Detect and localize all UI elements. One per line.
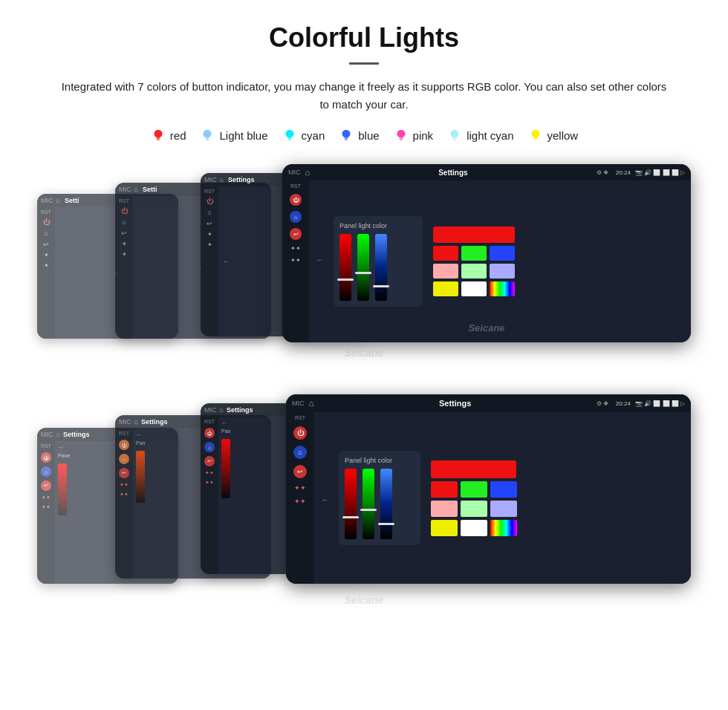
svg-rect-13 (399, 138, 403, 140)
color-item-yellow: yellow (527, 127, 579, 143)
color-label-lightcyan: light cyan (467, 129, 513, 142)
color-item-blue: blue (338, 127, 379, 143)
svg-rect-16 (452, 138, 457, 140)
svg-point-18 (531, 130, 539, 138)
page-wrapper: Colorful Lights Integrated with 7 colors… (0, 0, 728, 668)
color-item-red: red (150, 127, 186, 143)
top-device-stack-section: MIC ⌂ Setti RST ⏻ ⌂ ↩ ✦ ✦ ← (30, 164, 698, 380)
bulb-icon-lightcyan (446, 127, 463, 143)
page-description: Integrated with 7 colors of button indic… (59, 78, 669, 114)
svg-rect-11 (345, 140, 348, 141)
svg-rect-2 (157, 140, 160, 141)
svg-point-6 (285, 130, 293, 138)
color-label-pink: pink (413, 129, 434, 142)
svg-rect-5 (207, 140, 209, 141)
bulb-icon-pink (393, 127, 409, 143)
svg-point-15 (451, 130, 459, 138)
title-divider (349, 62, 379, 65)
color-label-blue: blue (358, 129, 379, 142)
bulb-icon-blue (338, 127, 354, 143)
svg-rect-10 (344, 138, 348, 140)
svg-point-0 (154, 130, 162, 138)
color-item-lightblue: Light blue (199, 127, 267, 143)
color-item-pink: pink (393, 127, 434, 143)
panel-light-title: Panel light color (339, 222, 417, 229)
bulb-icon-cyan (282, 127, 298, 143)
svg-point-3 (204, 130, 212, 138)
color-label-cyan: cyan (302, 129, 325, 142)
seicane-watermark-bottom: Seicane (345, 594, 384, 606)
bottom-device-main: MIC ⌂ Settings ⚙ ❖ 20:24 📷 🔊 ⬜ ⬜ ⬜ ▷ RST… (286, 394, 691, 584)
svg-rect-20 (534, 140, 537, 141)
bulb-icon-yellow (527, 127, 544, 143)
color-label-red: red (170, 129, 186, 142)
svg-point-12 (397, 130, 405, 138)
device-unit-main-top: MIC ⌂ Settings ⚙ ❖ 20:24 📷 🔊 ⬜ ⬜ ⬜ ▷ RST… (282, 164, 691, 342)
svg-rect-17 (453, 140, 456, 141)
svg-point-9 (342, 130, 351, 138)
color-label-yellow: yellow (547, 129, 579, 142)
seicane-watermark-top: Seicane (345, 347, 384, 359)
bottom-device-stack-section: MIC ⌂ Settings RST ⏻ ⌂ ↩ ✦✦ ✦✦ ← (30, 394, 698, 625)
page-title: Colorful Lights (30, 22, 698, 53)
svg-rect-8 (288, 140, 291, 141)
color-label-lightblue: Light blue (219, 129, 267, 142)
status-time: 20:24 (616, 169, 631, 176)
svg-rect-19 (533, 138, 538, 140)
color-item-lightcyan: light cyan (446, 127, 513, 143)
bulb-icon-red (150, 127, 166, 143)
svg-rect-7 (287, 138, 292, 140)
bulb-icon-lightblue (199, 127, 215, 143)
svg-rect-14 (400, 140, 403, 141)
svg-rect-4 (206, 138, 210, 140)
color-item-cyan: cyan (282, 127, 325, 143)
color-list: red Light blue cyan (30, 127, 698, 143)
